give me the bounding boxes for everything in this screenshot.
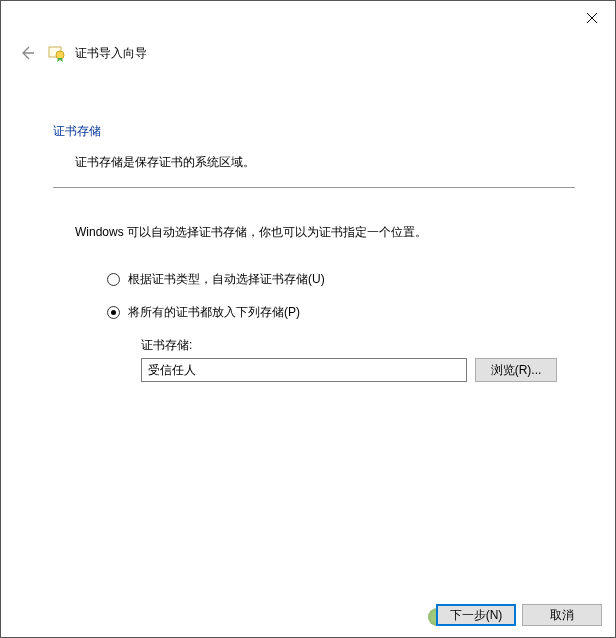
radio-auto-label: 根据证书类型，自动选择证书存储(U) (128, 271, 325, 288)
certificate-store-row: 证书存储: 浏览(R)... (141, 337, 575, 382)
back-arrow-icon (19, 45, 35, 61)
certificate-icon (47, 44, 65, 62)
next-button[interactable]: 下一步(N) (436, 604, 516, 626)
content-area: 证书存储 证书存储是保存证书的系统区域。 Windows 可以自动选择证书存储，… (1, 63, 615, 382)
wizard-title: 证书导入向导 (75, 45, 147, 62)
browse-button[interactable]: 浏览(R)... (475, 358, 557, 382)
section-description: 证书存储是保存证书的系统区域。 (75, 154, 575, 171)
instruction-text: Windows 可以自动选择证书存储，你也可以为证书指定一个位置。 (75, 224, 575, 241)
wizard-header: 证书导入向导 (1, 33, 615, 63)
store-label: 证书存储: (141, 337, 575, 354)
titlebar (1, 5, 615, 33)
section-heading: 证书存储 (53, 123, 575, 140)
back-button[interactable] (17, 43, 37, 63)
close-icon (587, 13, 597, 23)
footer-buttons: 下一步(N) 取消 (436, 604, 602, 626)
radio-place-label: 将所有的证书都放入下列存储(P) (128, 304, 300, 321)
radio-auto-input[interactable] (107, 273, 120, 286)
cancel-button[interactable]: 取消 (522, 604, 602, 626)
radio-place-input[interactable] (107, 306, 120, 319)
store-input[interactable] (141, 358, 467, 382)
divider (53, 187, 575, 188)
close-button[interactable] (569, 5, 615, 31)
svg-point-1 (56, 51, 64, 59)
radio-auto-select[interactable]: 根据证书类型，自动选择证书存储(U) (107, 271, 575, 288)
radio-place-all[interactable]: 将所有的证书都放入下列存储(P) (107, 304, 575, 321)
radio-group: 根据证书类型，自动选择证书存储(U) 将所有的证书都放入下列存储(P) (107, 271, 575, 321)
